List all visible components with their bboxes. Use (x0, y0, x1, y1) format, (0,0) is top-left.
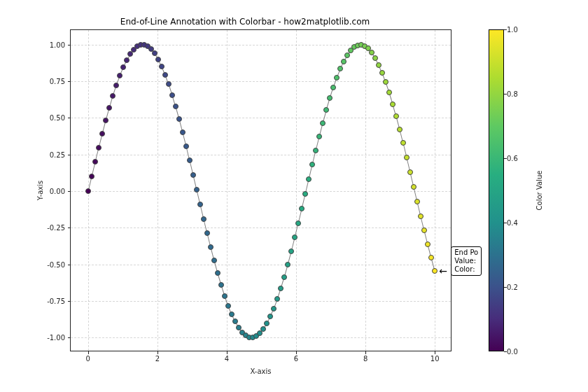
data-point (229, 312, 234, 317)
data-point (334, 75, 340, 80)
y-tick-label: 0.75 (50, 78, 65, 85)
figure: End-of-Line Annotation with Colorbar - h… (0, 0, 588, 392)
data-point (285, 262, 290, 267)
data-point (211, 258, 217, 263)
data-point (99, 131, 105, 136)
tick-mark (88, 351, 89, 354)
colorbar-tick-label: 1.0 (507, 26, 518, 34)
data-point (169, 92, 175, 98)
y-tick-label: 0.25 (50, 150, 65, 158)
annotation-arrow-icon: ← (439, 265, 447, 276)
data-point (260, 326, 266, 332)
tick-mark (68, 118, 71, 118)
tick-mark (158, 351, 158, 354)
data-point (274, 296, 280, 302)
data-point (204, 230, 210, 236)
tick-mark (68, 227, 71, 228)
x-tick-label: 2 (155, 355, 160, 363)
data-point (155, 57, 161, 62)
data-point (85, 188, 91, 194)
data-point (369, 50, 374, 55)
y-tick-label: -0.50 (47, 260, 65, 268)
grid-line-v (158, 30, 158, 351)
data-point (323, 107, 329, 113)
data-point (281, 274, 287, 280)
annotation-box: End PoValue:Color: (451, 246, 482, 276)
data-point (162, 72, 168, 78)
data-point (96, 145, 102, 150)
data-point (316, 134, 322, 139)
grid-line-v (296, 30, 297, 351)
tick-mark (227, 351, 227, 354)
y-tick-label: 1.00 (50, 41, 65, 48)
plot-area[interactable]: X-axis Y-axis 0246810-1.00-0.75-0.50-0.2… (70, 29, 451, 351)
data-point (152, 50, 158, 56)
data-point (306, 176, 312, 182)
data-point (372, 55, 378, 61)
tick-mark (68, 191, 71, 192)
data-point (379, 70, 385, 76)
data-point (376, 62, 382, 68)
data-point (197, 202, 203, 207)
data-point (299, 206, 304, 211)
data-point (421, 227, 427, 233)
data-point (397, 127, 402, 132)
y-axis-label: Y-axis (36, 181, 44, 201)
data-point (222, 293, 227, 299)
data-point (208, 244, 214, 250)
y-tick-label: -0.75 (47, 297, 65, 304)
colorbar (489, 29, 504, 351)
data-point (386, 90, 392, 95)
data-point (344, 52, 350, 58)
colorbar-tick-label: 0.0 (507, 348, 518, 356)
grid-line-h (71, 191, 451, 192)
data-point (264, 321, 270, 326)
tick-mark (435, 351, 435, 354)
grid-line-h (71, 301, 451, 302)
colorbar-tick-label: 0.2 (507, 284, 518, 291)
tick-mark (365, 351, 366, 354)
data-point (92, 159, 98, 164)
data-point (267, 314, 273, 319)
colorbar-tick-label: 0.6 (507, 155, 518, 162)
grid-line-v (435, 30, 435, 351)
data-point (292, 234, 298, 240)
page-title: End-of-Line Annotation with Colorbar - h… (0, 17, 490, 27)
data-point (337, 66, 343, 71)
x-tick-label: 4 (225, 355, 229, 363)
data-point (407, 169, 413, 175)
data-point (201, 216, 206, 222)
data-point (176, 116, 182, 122)
data-point (414, 199, 420, 204)
x-axis-label: X-axis (251, 368, 272, 375)
tick-mark (68, 265, 71, 265)
data-point (341, 59, 346, 64)
data-point (330, 85, 336, 90)
tick-mark (68, 301, 71, 302)
tick-mark (68, 81, 71, 82)
annotation-line: Value: (454, 257, 478, 265)
data-point (404, 155, 410, 160)
y-tick-label: 0.00 (50, 188, 65, 195)
x-tick-label: 0 (86, 355, 90, 363)
data-point (103, 118, 108, 123)
data-point (390, 102, 396, 107)
data-point (320, 120, 326, 126)
data-point (309, 162, 315, 167)
data-point (425, 241, 430, 247)
data-point (302, 191, 308, 197)
data-point (411, 184, 416, 190)
data-point (173, 104, 178, 109)
data-point (393, 113, 399, 119)
data-point (194, 187, 200, 192)
tick-mark (68, 337, 71, 338)
tick-mark (296, 351, 297, 354)
x-tick-label: 10 (430, 355, 440, 363)
data-point (159, 64, 164, 69)
x-tick-label: 6 (294, 355, 298, 363)
data-point (190, 172, 196, 178)
grid-line-h (71, 265, 451, 265)
grid-line-h (71, 81, 451, 82)
data-point (400, 140, 406, 146)
data-point (187, 158, 192, 163)
